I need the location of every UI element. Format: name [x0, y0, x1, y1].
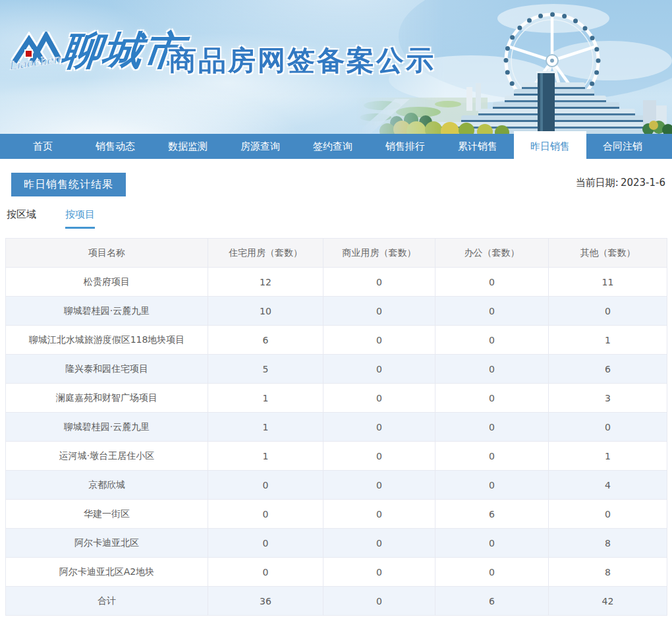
count-cell: 6	[435, 500, 549, 529]
sales-table: 项目名称住宅用房（套数）商业用房（套数）办公（套数）其他（套数） 松贵府项目12…	[5, 238, 667, 616]
count-cell: 0	[323, 297, 435, 326]
table-row: 阿尔卡迪亚北区A2地块0008	[6, 558, 667, 587]
count-cell: 5	[208, 355, 323, 384]
project-name-cell: 华建一街区	[6, 500, 208, 529]
count-cell: 1	[549, 442, 667, 471]
date-value: 2023-1-6	[621, 177, 665, 189]
count-cell: 42	[549, 587, 667, 616]
nav-list: 首页销售动态数据监测房源查询签约查询销售排行累计销售昨日销售合同注销	[0, 134, 672, 159]
count-cell: 0	[208, 529, 323, 558]
count-cell: 0	[323, 326, 435, 355]
table-row-total: 合计360642	[6, 587, 667, 616]
column-header: 其他（套数）	[549, 239, 667, 268]
table-row: 澜庭嘉苑和财智广场项目1003	[6, 384, 667, 413]
count-cell: 0	[323, 558, 435, 587]
table-header-row: 项目名称住宅用房（套数）商业用房（套数）办公（套数）其他（套数）	[6, 239, 667, 268]
count-cell: 0	[435, 413, 549, 442]
nav-item-5[interactable]: 签约查询	[296, 134, 369, 159]
project-name-cell: 隆兴泰和园住宅项目	[6, 355, 208, 384]
content-area: 昨日销售统计结果 当前日期:2023-1-6 按区域按项目 项目名称住宅用房（套…	[0, 173, 672, 616]
project-name-cell: 京都欣城	[6, 471, 208, 500]
project-name-cell: 运河城·墩台王居住小区	[6, 442, 208, 471]
table-row: 聊城碧桂园·云麓九里10000	[6, 297, 667, 326]
page-header-row: 昨日销售统计结果 当前日期:2023-1-6	[11, 173, 665, 196]
count-cell: 1	[208, 413, 323, 442]
project-name-cell: 聊城碧桂园·云麓九里	[6, 413, 208, 442]
table-row: 运河城·墩台王居住小区1001	[6, 442, 667, 471]
count-cell: 0	[435, 384, 549, 413]
main-nav: 首页销售动态数据监测房源查询签约查询销售排行累计销售昨日销售合同注销	[0, 134, 672, 159]
count-cell: 0	[208, 558, 323, 587]
count-cell: 0	[435, 297, 549, 326]
count-cell: 4	[549, 471, 667, 500]
nav-item-3[interactable]: 数据监测	[152, 134, 224, 159]
table-row: 聊城碧桂园·云麓九里1000	[6, 413, 667, 442]
nav-item-7[interactable]: 累计销售	[441, 134, 514, 159]
nav-item-6[interactable]: 销售排行	[369, 134, 441, 159]
table-row: 聊城江北水城旅游度假区118地块项目6001	[6, 326, 667, 355]
count-cell: 11	[549, 268, 667, 297]
count-cell: 0	[435, 326, 549, 355]
nav-item-9[interactable]: 合同注销	[586, 134, 659, 159]
count-cell: 0	[435, 355, 549, 384]
table-row: 松贵府项目120011	[6, 268, 667, 297]
table-row: 京都欣城0004	[6, 471, 667, 500]
count-cell: 6	[549, 355, 667, 384]
nav-item-8[interactable]: 昨日销售	[514, 131, 586, 159]
count-cell: 0	[549, 413, 667, 442]
project-name-cell: 澜庭嘉苑和财智广场项目	[6, 384, 208, 413]
count-cell: 1	[549, 326, 667, 355]
count-cell: 3	[549, 384, 667, 413]
count-cell: 0	[323, 384, 435, 413]
count-cell: 8	[549, 529, 667, 558]
nav-item-4[interactable]: 房源查询	[224, 134, 296, 159]
count-cell: 36	[208, 587, 323, 616]
nav-item-2[interactable]: 销售动态	[79, 134, 152, 159]
column-header: 项目名称	[6, 239, 208, 268]
count-cell: 12	[208, 268, 323, 297]
current-date: 当前日期:2023-1-6	[574, 177, 665, 189]
count-cell: 0	[323, 587, 435, 616]
column-header: 办公（套数）	[435, 239, 549, 268]
count-cell: 0	[208, 500, 323, 529]
project-name-cell: 聊城江北水城旅游度假区118地块项目	[6, 326, 208, 355]
count-cell: 10	[208, 297, 323, 326]
table-row: 华建一街区0060	[6, 500, 667, 529]
count-cell: 0	[549, 297, 667, 326]
view-tabs: 按区域按项目	[7, 208, 672, 229]
site-title: 商品房网签备案公示	[169, 42, 435, 79]
count-cell: 0	[435, 442, 549, 471]
count-cell: 0	[435, 529, 549, 558]
count-cell: 1	[208, 384, 323, 413]
table-row: 阿尔卡迪亚北区0008	[6, 529, 667, 558]
site-banner: Liaocheng 聊城市 商品房网签备案公示	[0, 0, 672, 134]
count-cell: 1	[208, 442, 323, 471]
count-cell: 8	[549, 558, 667, 587]
count-cell: 0	[323, 471, 435, 500]
date-label: 当前日期:	[576, 177, 619, 189]
project-name-cell: 松贵府项目	[6, 268, 208, 297]
project-name-cell: 合计	[6, 587, 208, 616]
count-cell: 0	[435, 471, 549, 500]
column-header: 商业用房（套数）	[323, 239, 435, 268]
count-cell: 6	[435, 587, 549, 616]
count-cell: 0	[435, 558, 549, 587]
nav-item-1[interactable]: 首页	[7, 134, 79, 159]
column-header: 住宅用房（套数）	[208, 239, 323, 268]
brand-name-calligraphy: 聊城市	[60, 29, 187, 71]
tab-by-project[interactable]: 按项目	[65, 208, 95, 229]
table-row: 隆兴泰和园住宅项目5006	[6, 355, 667, 384]
section-title-badge: 昨日销售统计结果	[11, 173, 126, 196]
count-cell: 0	[323, 442, 435, 471]
count-cell: 0	[323, 529, 435, 558]
count-cell: 0	[323, 268, 435, 297]
count-cell: 0	[435, 268, 549, 297]
count-cell: 0	[208, 471, 323, 500]
count-cell: 6	[208, 326, 323, 355]
project-name-cell: 阿尔卡迪亚北区A2地块	[6, 558, 208, 587]
tab-by-region[interactable]: 按区域	[7, 208, 36, 229]
project-name-cell: 聊城碧桂园·云麓九里	[6, 297, 208, 326]
count-cell: 0	[549, 500, 667, 529]
count-cell: 0	[323, 500, 435, 529]
count-cell: 0	[323, 413, 435, 442]
